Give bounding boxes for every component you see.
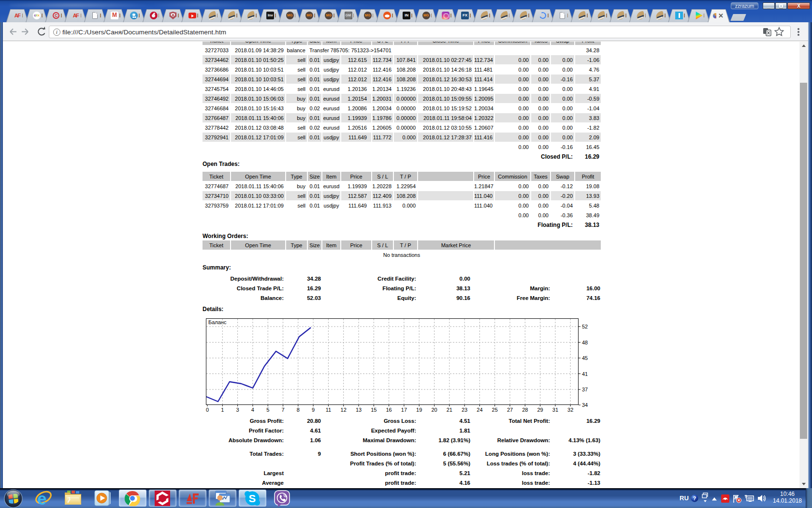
svg-text:Баланс: Баланс (208, 319, 227, 325)
svg-text:S: S (249, 493, 256, 505)
svg-text:e: e (37, 490, 46, 507)
svg-text:?: ? (693, 495, 696, 501)
